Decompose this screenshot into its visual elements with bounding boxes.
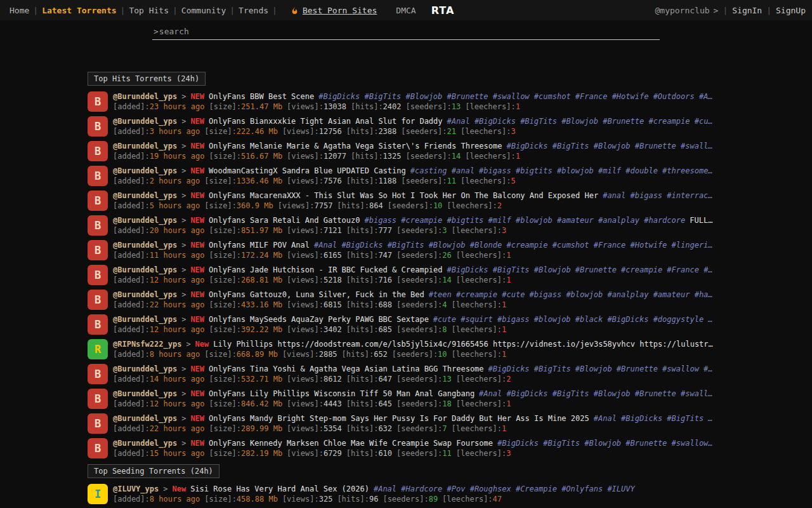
added-value: 12 hours ago xyxy=(150,276,205,284)
torrent-tags[interactable]: #BigDicks #BigTits #Blowjob #Brunette #c… xyxy=(447,265,713,274)
uploader-name[interactable]: @Burunddel_yps xyxy=(113,414,177,423)
torrent-tags[interactable]: #casting #anal #bigass #bigtits #blowjob… xyxy=(410,166,713,175)
torrent-title[interactable]: OnlyFans Kennedy Marksen Chloe Mae Wife … xyxy=(209,439,493,448)
signin-link[interactable]: SignIn xyxy=(732,6,762,15)
dmca-link[interactable]: DMCA xyxy=(396,6,416,15)
uploader-name[interactable]: @Burunddel_yps xyxy=(113,166,177,175)
hits-label: [hits]: xyxy=(346,276,379,284)
torrent-tags[interactable]: #BigDicks #BigTits #Blowjob #Brunette #s… xyxy=(497,439,713,448)
uploader-avatar[interactable]: B xyxy=(88,290,108,310)
uploader-avatar[interactable]: B xyxy=(88,314,108,335)
torrent-tags[interactable]: #teen #creampie #cute #bigass #blowjob #… xyxy=(429,290,713,299)
torrent-meta-line: [added]:23 hours ago[size]:251.47 Mb[vie… xyxy=(113,102,730,112)
size-label: [size]: xyxy=(209,375,242,384)
torrent-tags[interactable]: #Anal #BigDicks #BigTits #Blowjob #Brune… xyxy=(447,117,713,126)
uploader-name[interactable]: @Burunddel_yps xyxy=(113,389,177,398)
uploader-name[interactable]: @RIPNsfw222_yps xyxy=(113,340,181,349)
uploader-avatar[interactable]: B xyxy=(88,364,108,384)
torrent-title-line: @RIPNsfw222_yps>NewLily Phillips https:/… xyxy=(113,339,730,349)
leechers-label: [leechers]: xyxy=(452,226,502,235)
leechers-value: 1 xyxy=(502,325,506,334)
views-label: [views]: xyxy=(287,251,324,260)
seeders-value: 3 xyxy=(442,226,447,235)
torrent-title[interactable]: OnlyFans Gattouz0, Luna Silver, Fuck in … xyxy=(209,290,424,299)
torrent-info: @Burunddel_yps>NEWOnlyfans MaySeeds Aqua… xyxy=(113,314,730,335)
added-label: [added]: xyxy=(113,300,150,309)
torrent-info: @Burunddel_yps>NEWOnlyFans Jade Hutchiso… xyxy=(113,265,730,285)
signup-link[interactable]: SignUp xyxy=(776,6,806,15)
leechers-label: [leechers]: xyxy=(456,375,506,384)
uploader-avatar[interactable]: B xyxy=(88,215,108,236)
torrent-tags[interactable]: #Anal #Hardcore #Pov #Roughsex #Creampie… xyxy=(374,485,635,493)
uploader-name[interactable]: @Burunddel_yps xyxy=(113,191,177,200)
torrent-title[interactable]: OnlyFans Lily Phillips Wisconsin Tiff 50… xyxy=(209,389,475,398)
uploader-name[interactable]: @Burunddel_yps xyxy=(113,290,177,299)
torrent-tags[interactable]: #Anal #BigDicks #BigTits #Blowjob #Blond… xyxy=(314,241,713,250)
uploader-name[interactable]: @Burunddel_yps xyxy=(113,315,177,324)
uploader-name[interactable]: @Burunddel_yps xyxy=(113,241,177,250)
uploader-avatar[interactable]: B xyxy=(88,91,108,112)
uploader-name[interactable]: @Burunddel_yps xyxy=(113,92,177,101)
uploader-name[interactable]: @Burunddel_yps xyxy=(113,117,177,126)
best-porn-sites-link[interactable]: Best Porn Sites xyxy=(291,6,377,15)
uploader-avatar[interactable]: B xyxy=(88,166,108,186)
torrent-tags[interactable]: #anal #bigass #interrac… xyxy=(603,191,712,200)
torrent-title[interactable]: Onlyfans Sara Retali And Gattouz0 xyxy=(209,216,360,225)
nav-item-top-hits[interactable]: Top Hits xyxy=(126,6,172,15)
nav-item-trends[interactable]: Trends xyxy=(235,6,272,15)
seeders-label: [seeders]: xyxy=(406,152,452,161)
uploader-avatar[interactable]: I xyxy=(88,484,108,504)
added-value: 2 hours ago xyxy=(150,177,200,185)
uploader-name[interactable]: @Burunddel_yps xyxy=(113,439,177,448)
torrent-title[interactable]: Onlyfans MILF POV Anal xyxy=(209,241,310,250)
torrent-title[interactable]: OnlyFans Bianxxxkie Tight Asian Anal Slu… xyxy=(209,117,442,126)
uploader-avatar[interactable]: B xyxy=(88,141,108,161)
uploader-avatar[interactable]: R xyxy=(88,339,108,359)
uploader-avatar[interactable]: B xyxy=(88,413,108,434)
torrent-title[interactable]: WoodmanCastingX Sandra Blue UPDATED Cast… xyxy=(209,166,406,175)
uploader-name[interactable]: @ILUVY_yps xyxy=(113,485,159,493)
torrent-title[interactable]: OnlyFans Jade Hutchison - IR BBC Fucked … xyxy=(209,265,442,274)
uploader-name[interactable]: @Burunddel_yps xyxy=(113,216,177,225)
torrent-title[interactable]: OnlyFans Melanie Marie & Agatha Vega Sis… xyxy=(209,142,502,150)
torrent-tags[interactable]: #BigDicks #BigTits #Blowjob #Brunette #s… xyxy=(506,142,712,150)
torrent-title[interactable]: Lily Phillips https://doodstream.com/e/l… xyxy=(213,340,712,349)
torrent-tags[interactable]: #Anal #BigDicks #BigTits … xyxy=(594,414,713,423)
torrent-title[interactable]: OnlyFans Mandy Bright Step-mom Says Her … xyxy=(209,414,589,423)
uploader-name[interactable]: @Burunddel_yps xyxy=(113,364,177,373)
torrent-tags[interactable]: #BigDicks #BigTits #Blowjob #Brunette #s… xyxy=(318,92,712,101)
uploader-avatar[interactable]: B xyxy=(88,389,108,409)
torrent-tags[interactable]: #bigass #creampie #bigtits #milf #blowjo… xyxy=(365,216,686,225)
uploader-avatar[interactable]: B xyxy=(88,265,108,285)
torrent-tags[interactable]: #cute #squirt #bigass #blowjob #black #B… xyxy=(433,315,713,324)
new-badge: NEW xyxy=(190,364,204,373)
nav-item-community[interactable]: Community xyxy=(178,6,229,15)
size-label: [size]: xyxy=(209,251,242,260)
added-value: 19 hours ago xyxy=(150,152,205,161)
torrent-title[interactable]: Sisi Rose Has Very Hard Anal Sex (2026) xyxy=(190,485,369,493)
uploader-avatar[interactable]: B xyxy=(88,240,108,260)
search-input[interactable] xyxy=(159,27,658,36)
uploader-name[interactable]: @Burunddel_yps xyxy=(113,142,177,150)
uploader-name[interactable]: @Burunddel_yps xyxy=(113,265,177,274)
search-bar: > xyxy=(152,26,660,40)
views-label: [views]: xyxy=(282,127,319,136)
torrent-tags[interactable]: #BigDicks #BigTits #Blowjob #Brunette #s… xyxy=(488,364,713,373)
uploader-avatar[interactable]: B xyxy=(88,190,108,211)
size-label: [size]: xyxy=(209,226,242,235)
torrent-tags[interactable]: #Anal #BigDicks #BigTits #Blowjob #Brune… xyxy=(479,389,712,398)
account-name[interactable]: @mypornclub xyxy=(655,6,709,15)
added-label: [added]: xyxy=(113,251,150,260)
seeders-label: [seeders]: xyxy=(396,449,442,458)
torrent-title[interactable]: OnlyFans Tina Yoshi & Agatha Vega Asian … xyxy=(209,364,483,373)
torrent-title[interactable]: Onlyfans MaySeeds AquaZay Perky PAWG BBC… xyxy=(209,315,429,324)
torrent-title[interactable]: OnlyFans MacarenaXXX - This Slut Was So … xyxy=(209,191,598,200)
uploader-avatar[interactable]: B xyxy=(88,438,108,458)
leechers-value: 1 xyxy=(516,152,520,161)
torrent-row: B @Burunddel_yps>NEWOnlyFans BBW Best Sc… xyxy=(88,91,730,112)
torrent-row: B @Burunddel_yps>NEWOnlyFans Melanie Mar… xyxy=(88,141,730,161)
nav-item-latest-torrents[interactable]: Latest Torrents xyxy=(39,6,119,15)
uploader-avatar[interactable]: B xyxy=(88,116,108,137)
torrent-title[interactable]: OnlyFans BBW Best Scene xyxy=(209,92,314,101)
nav-item-home[interactable]: Home xyxy=(6,6,32,15)
